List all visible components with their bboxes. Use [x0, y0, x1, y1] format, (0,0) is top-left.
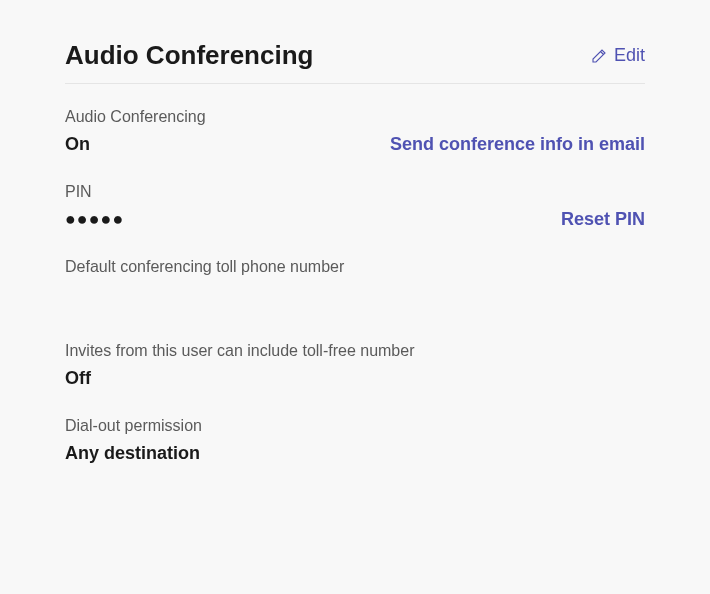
section-header: Audio Conferencing Edit — [65, 40, 645, 84]
field-toll-free: Invites from this user can include toll-… — [65, 342, 645, 389]
field-label: Dial-out permission — [65, 417, 645, 435]
section-title: Audio Conferencing — [65, 40, 313, 71]
field-label: PIN — [65, 183, 645, 201]
field-label: Default conferencing toll phone number — [65, 258, 645, 276]
field-value: On — [65, 134, 90, 155]
field-label: Audio Conferencing — [65, 108, 645, 126]
field-value: Any destination — [65, 443, 200, 464]
reset-pin-link[interactable]: Reset PIN — [561, 209, 645, 230]
field-dial-out: Dial-out permission Any destination — [65, 417, 645, 464]
send-conference-info-link[interactable]: Send conference info in email — [390, 134, 645, 155]
field-pin: PIN ●●●●● Reset PIN — [65, 183, 645, 230]
field-value: Off — [65, 368, 91, 389]
field-audio-conferencing: Audio Conferencing On Send conference in… — [65, 108, 645, 155]
edit-label: Edit — [614, 45, 645, 66]
pencil-icon — [590, 47, 608, 65]
edit-button[interactable]: Edit — [590, 45, 645, 66]
field-label: Invites from this user can include toll-… — [65, 342, 645, 360]
field-toll-number: Default conferencing toll phone number — [65, 258, 645, 284]
pin-value-masked: ●●●●● — [65, 209, 124, 230]
